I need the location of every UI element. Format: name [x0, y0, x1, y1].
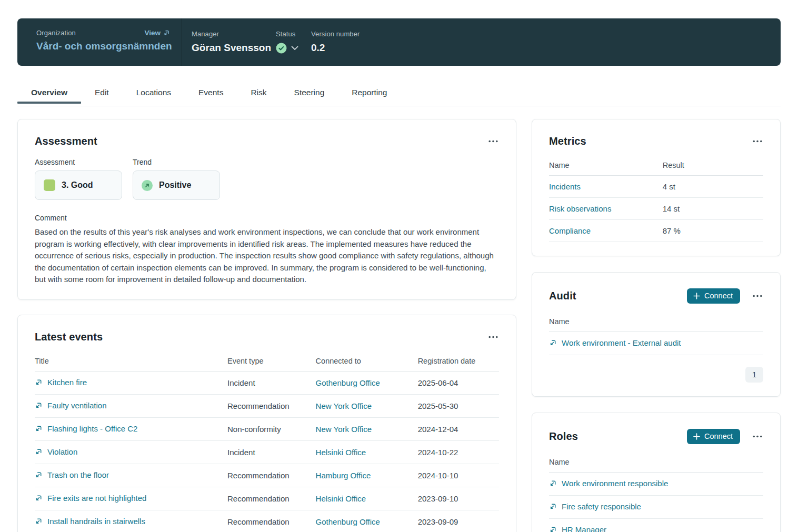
- trend-up-icon: [142, 180, 153, 191]
- role-name-link[interactable]: Fire safety responsible: [549, 502, 641, 511]
- plus-icon: [693, 293, 700, 299]
- column-header-result: Result: [663, 156, 763, 176]
- roles-menu-button[interactable]: [752, 433, 763, 440]
- assessment-field: Assessment 3. Good: [35, 158, 122, 200]
- page-1-button[interactable]: 1: [745, 367, 763, 383]
- organization-section: Organization View Vård- och omsorgsnämnd…: [17, 18, 182, 66]
- registration-date-cell: 2023-09-10: [418, 487, 499, 510]
- connected-to-link[interactable]: Hamburg Office: [316, 471, 371, 480]
- version-label: Version number: [311, 30, 360, 38]
- audit-table: Name Work environment - External audit: [549, 312, 763, 355]
- version-section: Version number 0.2: [311, 18, 372, 66]
- organization-name[interactable]: Vård- och omsorgsnämnden: [36, 41, 170, 52]
- connect-arrow-icon: [163, 29, 170, 36]
- column-header-name: Name: [549, 312, 763, 332]
- context-bar: Organization View Vård- och omsorgsnämnd…: [17, 18, 781, 66]
- status-dropdown[interactable]: [276, 43, 298, 54]
- event-title-link[interactable]: Trash on the floor: [35, 470, 109, 479]
- event-type-cell: Recommendation: [227, 510, 316, 532]
- metric-name-link[interactable]: Incidents: [549, 182, 581, 191]
- column-header-event-type: Event type: [227, 352, 316, 372]
- assessment-field-label: Assessment: [35, 158, 122, 166]
- manager-label: Manager: [192, 30, 219, 38]
- event-title-link[interactable]: Violation: [35, 447, 77, 456]
- metric-row: Risk observations 14 st: [549, 198, 763, 220]
- metrics-menu-button[interactable]: [752, 138, 763, 145]
- role-name-link[interactable]: HR Manager: [549, 525, 606, 532]
- event-title-link[interactable]: Faulty ventilation: [35, 401, 107, 410]
- tab-steering[interactable]: Steering: [281, 82, 338, 106]
- ellipsis-icon: [753, 435, 762, 438]
- role-row: Fire safety responsible: [549, 496, 763, 519]
- column-header-name: Name: [549, 156, 663, 176]
- comment-section: Comment Based on the results of this yea…: [35, 214, 499, 286]
- metric-name-link[interactable]: Compliance: [549, 226, 591, 235]
- connected-to-link[interactable]: Gothenburg Office: [316, 517, 380, 526]
- ellipsis-icon: [488, 140, 498, 143]
- status-section: Status: [276, 18, 311, 66]
- latest-events-table: Title Event type Connected to Registrati…: [35, 352, 499, 532]
- connected-to-link[interactable]: Helsinki Office: [316, 494, 366, 503]
- connected-to-link[interactable]: New York Office: [316, 425, 372, 434]
- tab-locations[interactable]: Locations: [123, 82, 185, 106]
- assessment-value-chip: 3. Good: [35, 170, 122, 200]
- tab-reporting[interactable]: Reporting: [338, 82, 401, 106]
- tab-bar: Overview Edit Locations Events Risk Stee…: [17, 82, 781, 106]
- tab-risk[interactable]: Risk: [237, 82, 280, 106]
- connected-to-link[interactable]: New York Office: [316, 401, 372, 410]
- registration-date-cell: 2024-10-10: [418, 464, 499, 487]
- column-header-name: Name: [549, 453, 763, 473]
- registration-date-cell: 2024-10-22: [418, 440, 499, 464]
- program-overview-page: Organization View Vård- och omsorgsnämnd…: [0, 18, 798, 532]
- tab-edit[interactable]: Edit: [81, 82, 123, 106]
- latest-events-menu-button[interactable]: [487, 334, 499, 340]
- manager-name: Göran Svensson: [192, 42, 263, 54]
- status-label: Status: [276, 30, 295, 38]
- chevron-down-icon: [291, 46, 298, 51]
- event-row: Trash on the floor Recommendation Hambur…: [35, 464, 499, 487]
- event-type-cell: Recommendation: [227, 487, 316, 510]
- assessment-menu-button[interactable]: [487, 138, 499, 145]
- role-row: Work environment responsible: [549, 473, 763, 496]
- event-row: Install handrails in stairwells Recommen…: [35, 510, 499, 532]
- metric-result-cell: 14 st: [663, 198, 763, 220]
- event-row: Faulty ventilation Recommendation New Yo…: [35, 394, 499, 417]
- metric-row: Compliance 87 %: [549, 220, 763, 242]
- registration-date-cell: 2024-12-04: [418, 417, 499, 440]
- ellipsis-icon: [488, 336, 498, 338]
- audit-connect-button[interactable]: Connect: [687, 288, 740, 304]
- event-row: Violation Incident Helsinki Office 2024-…: [35, 440, 499, 464]
- tab-overview[interactable]: Overview: [17, 82, 81, 106]
- event-title-link[interactable]: Flashing lights - Office C2: [35, 424, 137, 433]
- role-row: HR Manager: [549, 519, 763, 532]
- event-title-link[interactable]: Fire exits are not highlighted: [35, 494, 146, 503]
- assessment-value: 3. Good: [62, 180, 93, 190]
- audit-menu-button[interactable]: [752, 293, 763, 299]
- audit-name-link[interactable]: Work environment - External audit: [549, 338, 681, 347]
- metric-name-link[interactable]: Risk observations: [549, 204, 611, 213]
- metric-row: Incidents 4 st: [549, 176, 763, 198]
- event-title-link[interactable]: Kitchen fire: [35, 378, 87, 387]
- connected-to-link[interactable]: Gothenburg Office: [316, 378, 380, 387]
- view-link-label: View: [144, 29, 161, 37]
- roles-card-title: Roles: [549, 430, 578, 443]
- roles-connect-button[interactable]: Connect: [687, 429, 740, 444]
- comment-text: Based on the results of this year's risk…: [35, 226, 499, 286]
- comment-label: Comment: [35, 214, 499, 222]
- ellipsis-icon: [753, 295, 762, 297]
- assessment-color-swatch: [44, 179, 55, 191]
- role-name-link[interactable]: Work environment responsible: [549, 479, 668, 488]
- plus-icon: [693, 433, 700, 440]
- event-type-cell: Recommendation: [227, 394, 316, 417]
- event-type-cell: Recommendation: [227, 464, 316, 487]
- event-type-cell: Incident: [227, 440, 316, 464]
- trend-field: Trend Positive: [133, 158, 220, 200]
- trend-field-label: Trend: [133, 158, 220, 166]
- latest-events-card-title: Latest events: [35, 331, 103, 343]
- event-title-link[interactable]: Install handrails in stairwells: [35, 517, 145, 526]
- manager-section: Manager Göran Svensson: [182, 18, 276, 66]
- metrics-table: Name Result Incidents 4 st Risk observat…: [549, 156, 763, 242]
- connected-to-link[interactable]: Helsinki Office: [316, 448, 366, 457]
- tab-events[interactable]: Events: [185, 82, 237, 106]
- view-organization-link[interactable]: View: [144, 29, 170, 37]
